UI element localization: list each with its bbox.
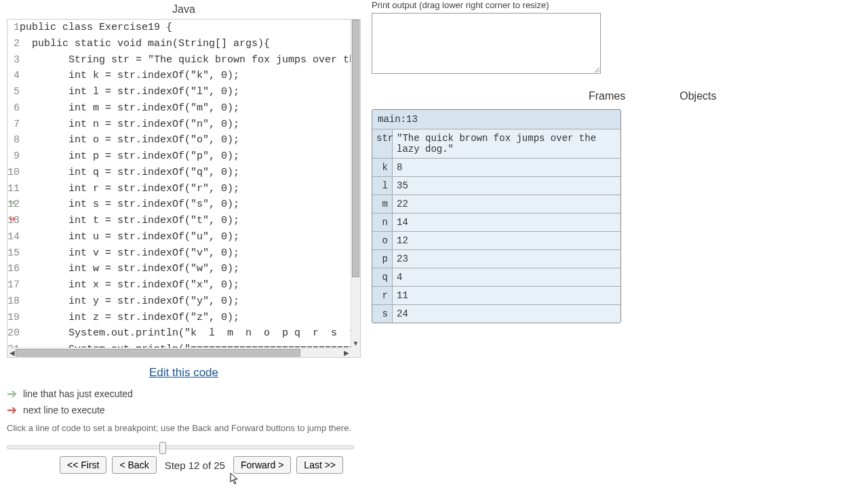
arrow-prev-icon: ➔ [9,197,16,209]
step-label: Step 12 of 25 [162,460,228,471]
var-row: k8 [372,158,620,176]
code-line[interactable]: 11 int r = str.indexOf("r", 0); [7,181,360,197]
var-value: 8 [393,159,620,176]
line-number: 11 [7,181,20,197]
code-text: int z = str.indexOf("z", 0); [20,310,360,326]
code-line[interactable]: 2 public static void main(String[] args)… [7,36,360,52]
line-number: ➔12 [7,197,20,213]
hint-text: Click a line of code to set a breakpoint… [7,423,361,433]
code-line[interactable]: 9 int p = str.indexOf("p", 0); [7,148,360,165]
var-row: q4 [372,268,620,286]
line-number: 20 [7,325,20,342]
line-number: 16 [7,261,20,277]
step-slider[interactable] [7,445,354,449]
code-line[interactable]: 7 int n = str.indexOf("n", 0); [7,117,360,133]
language-label: Java [7,0,361,19]
back-button[interactable]: < Back [112,456,156,474]
line-number: 2 [7,36,20,52]
code-text: public class Exercise19 { [20,20,360,36]
line-number: 5 [7,84,20,100]
line-number: 6 [7,100,20,117]
code-line[interactable]: ➔12 int s = str.indexOf("s", 0); [7,197,360,213]
code-table: 1public class Exercise19 {2 public stati… [7,20,360,357]
line-number: 17 [7,277,20,293]
line-number: ➔13 [7,213,20,229]
code-line[interactable]: 15 int v = str.indexOf("v", 0); [7,245,360,262]
line-number: 10 [7,165,20,181]
code-line[interactable]: 3 String str = "The quick brown fox jump… [7,52,360,68]
code-line[interactable]: 17 int x = str.indexOf("x", 0); [7,277,360,293]
code-text: String str = "The quick brown fox jumps … [20,52,360,68]
scroll-right-icon[interactable]: ▶ [342,348,351,357]
output-label: Print output (drag lower right corner to… [372,0,751,10]
var-value: 35 [393,177,620,195]
code-text: int v = str.indexOf("v", 0); [20,245,360,262]
code-line[interactable]: 10 int q = str.indexOf("q", 0); [7,165,360,181]
arrow-prev-icon: ➔ [7,386,19,401]
legend-prev-text: line that has just executed [23,388,133,399]
var-value: 23 [393,250,620,268]
line-number: 4 [7,68,20,84]
code-text: int w = str.indexOf("w", 0); [20,261,360,277]
var-row: r11 [372,286,620,304]
code-text: int p = str.indexOf("p", 0); [20,148,360,165]
code-text: System.out.println("k l m n o p q r s t"… [20,325,360,342]
var-value: 22 [393,195,620,213]
code-line[interactable]: 8 int o = str.indexOf("o", 0); [7,132,360,148]
var-value: 12 [393,232,620,249]
var-name: s [372,305,393,323]
var-row: p23 [372,249,620,268]
code-line[interactable]: 5 int l = str.indexOf("l", 0); [7,84,360,100]
scroll-down-icon[interactable]: ▼ [351,339,360,348]
code-text: int x = str.indexOf("x", 0); [20,277,360,293]
code-line[interactable]: 6 int m = str.indexOf("m", 0); [7,100,360,117]
code-text: int u = str.indexOf("u", 0); [20,229,360,245]
frame-title: main:13 [372,110,620,129]
var-row: m22 [372,195,620,213]
code-text: public static void main(String[] args){ [20,36,360,52]
mouse-cursor-icon [230,472,241,486]
var-name: p [372,250,393,268]
var-name: m [372,195,393,213]
line-number: 15 [7,245,20,262]
frames-header: Frames [589,90,625,102]
code-line[interactable]: ➔13 int t = str.indexOf("t", 0); [7,213,360,229]
code-line[interactable]: 4 int k = str.indexOf("k", 0); [7,68,360,84]
code-line[interactable]: 20 System.out.println("k l m n o p q r s… [7,325,360,342]
last-button[interactable]: Last >> [296,456,343,474]
scrollbar-h-thumb[interactable] [16,349,300,357]
var-name: q [372,268,393,286]
var-name: str [372,129,393,158]
var-row: s24 [372,304,620,323]
code-line[interactable]: 16 int w = str.indexOf("w", 0); [7,261,360,277]
scrollbar-v-thumb[interactable] [352,20,359,277]
line-number: 14 [7,229,20,245]
code-container: 1public class Exercise19 {2 public stati… [7,19,361,358]
controls-bar: << First < Back Step 12 of 25 Forward > … [60,456,361,474]
scrollbar-vertical[interactable]: ▲ ▼ [351,20,360,348]
edit-code-link[interactable]: Edit this code [7,358,361,385]
forward-button[interactable]: Forward > [233,456,291,474]
code-text: int n = str.indexOf("n", 0); [20,117,360,133]
arrow-next-icon: ➔ [7,403,19,418]
legend: ➔ line that has just executed ➔ next lin… [7,386,361,418]
code-text: int y = str.indexOf("y", 0); [20,293,360,310]
var-name: k [372,159,393,176]
var-value: 14 [393,214,620,231]
code-text: int k = str.indexOf("k", 0); [20,68,360,84]
code-text: int t = str.indexOf("t", 0); [20,213,360,229]
slider-thumb[interactable] [159,442,166,454]
code-line[interactable]: 18 int y = str.indexOf("y", 0); [7,293,360,310]
scrollbar-horizontal[interactable]: ◀ ▶ [7,348,351,357]
first-button[interactable]: << First [60,456,106,474]
code-line[interactable]: 14 int u = str.indexOf("u", 0); [7,229,360,245]
code-text: int s = str.indexOf("s", 0); [20,197,360,213]
code-line[interactable]: 19 int z = str.indexOf("z", 0); [7,310,360,326]
code-line[interactable]: 1public class Exercise19 { [7,20,360,36]
var-name: r [372,287,393,304]
output-box[interactable] [372,13,601,74]
line-number: 7 [7,117,20,133]
var-value: 4 [393,268,620,286]
code-text: int r = str.indexOf("r", 0); [20,181,360,197]
var-value: 24 [393,305,620,323]
